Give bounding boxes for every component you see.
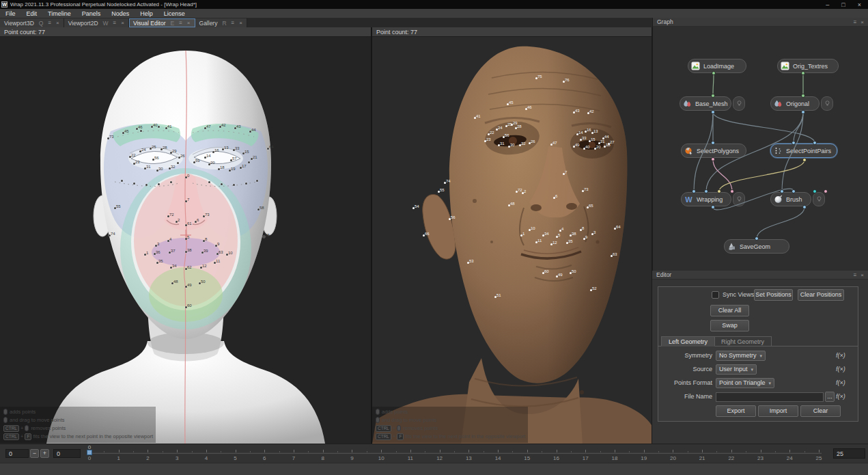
surface-point[interactable]: 50 — [199, 282, 201, 284]
graph-node-SaveGeom[interactable]: SaveGeom — [724, 239, 789, 254]
node-port-blue[interactable] — [780, 189, 784, 193]
close-icon[interactable]: × — [121, 20, 124, 26]
surface-point[interactable]: 73 — [203, 215, 205, 217]
node-port-green[interactable] — [801, 94, 805, 98]
surface-point[interactable]: 10 — [529, 229, 531, 231]
surface-point[interactable]: 29 — [170, 152, 172, 154]
tab-gallery[interactable]: Gallery R ≡ × — [195, 18, 247, 27]
frame-decrement-button[interactable]: − — [30, 449, 39, 458]
surface-point[interactable]: 44 — [602, 137, 604, 139]
surface-point[interactable]: 38 — [570, 234, 572, 236]
surface-point[interactable]: 42 — [587, 112, 589, 114]
surface-point[interactable]: 19 — [229, 169, 231, 172]
surface-point[interactable] — [145, 184, 148, 186]
surface-point[interactable]: 41 — [474, 117, 476, 119]
menu-license[interactable]: License — [158, 9, 191, 18]
node-port-blue[interactable] — [813, 141, 817, 145]
surface-point[interactable]: 13 — [591, 132, 593, 134]
surface-point[interactable]: 56 — [503, 136, 505, 138]
surface-point[interactable]: 13 — [222, 148, 224, 150]
surface-point[interactable]: 62 — [185, 268, 187, 270]
menu-file[interactable]: File — [0, 9, 21, 18]
graph-node-Base_Mesh[interactable]: Base_Mesh — [680, 96, 745, 111]
node-port-green[interactable] — [711, 94, 715, 98]
surface-point[interactable]: 41 — [165, 127, 167, 129]
close-icon[interactable]: × — [860, 19, 864, 25]
surface-point[interactable]: 32 — [169, 167, 171, 169]
menu-timeline[interactable]: Timeline — [42, 9, 76, 18]
surface-point[interactable]: 17 — [240, 167, 242, 169]
surface-point[interactable]: 56 — [152, 159, 154, 161]
surface-point[interactable]: 48 — [508, 204, 510, 206]
node-port-blue[interactable] — [711, 205, 715, 209]
surface-point[interactable] — [121, 180, 123, 182]
surface-point[interactable]: 55 — [114, 207, 116, 209]
node-port-blue[interactable] — [711, 141, 715, 145]
surface-point[interactable]: 66 — [423, 234, 425, 236]
surface-point[interactable]: 60 — [185, 306, 187, 308]
surface-point[interactable]: 11 — [214, 262, 216, 264]
surface-point[interactable]: 8 — [580, 229, 582, 231]
surface-point[interactable]: 73 — [107, 137, 109, 139]
tab-right-geometry[interactable]: Right Geometry — [714, 336, 772, 347]
end-frame-field[interactable]: 25 — [833, 448, 865, 459]
surface-point[interactable]: 27 — [608, 143, 610, 145]
node-port-pink[interactable] — [824, 189, 828, 193]
surface-point[interactable]: 28 — [515, 127, 517, 129]
tab-visual-editor[interactable]: Visual Editor E ≡ × — [129, 18, 195, 27]
surface-point[interactable]: 64 — [614, 228, 616, 230]
minimize-icon[interactable]: – — [826, 1, 829, 8]
surface-point[interactable] — [208, 181, 210, 183]
surface-point[interactable]: 36 — [154, 253, 156, 255]
maximize-icon[interactable]: □ — [841, 1, 845, 8]
surface-point[interactable] — [233, 184, 235, 186]
surface-point[interactable]: 6 — [195, 221, 197, 223]
surface-point[interactable]: 8 — [203, 240, 205, 242]
surface-point[interactable]: 12 — [200, 267, 202, 269]
surface-point[interactable]: 75 — [535, 77, 537, 79]
menu-panels[interactable]: Panels — [76, 9, 107, 18]
surface-point[interactable] — [245, 182, 247, 185]
close-icon[interactable]: × — [187, 20, 191, 26]
surface-point[interactable]: 1 — [144, 254, 146, 256]
node-port-blue[interactable] — [704, 189, 708, 193]
surface-point[interactable]: 16 — [585, 131, 587, 133]
import-button[interactable]: Import — [758, 405, 798, 417]
surface-point[interactable]: 14 — [204, 157, 206, 159]
node-port-cyan[interactable] — [813, 189, 817, 193]
browse-button[interactable]: ... — [825, 392, 835, 402]
surface-point[interactable]: 22 — [488, 133, 490, 135]
surface-point[interactable]: 30 — [508, 146, 510, 148]
surface-point[interactable]: 20 — [594, 148, 596, 150]
fx-expression-icon[interactable]: f(×) — [836, 352, 845, 359]
frame-step-field[interactable]: 0 — [53, 449, 81, 458]
surface-point[interactable] — [158, 126, 160, 128]
surface-point[interactable]: 39 — [201, 252, 204, 254]
close-icon[interactable]: × — [56, 20, 59, 26]
fx-expression-icon[interactable]: f(×) — [836, 379, 845, 386]
surface-point[interactable] — [177, 162, 179, 164]
clear-all-button[interactable]: Clear All — [710, 305, 749, 316]
surface-point[interactable]: 64 — [267, 148, 269, 150]
window-close-icon[interactable]: × — [858, 1, 861, 8]
node-port-yellow[interactable] — [802, 158, 807, 162]
surface-point[interactable]: 38 — [185, 251, 187, 253]
surface-point[interactable]: 34 — [170, 267, 172, 269]
basemesh-3d-canvas[interactable]: 7345464041474243446422242528292623313032… — [0, 37, 371, 444]
surface-point[interactable]: 23 — [133, 163, 135, 165]
surface-point[interactable]: 42 — [219, 126, 221, 128]
surface-point[interactable]: 46 — [525, 108, 527, 110]
surface-point[interactable]: 57 — [230, 159, 232, 161]
graph-node-Origonal[interactable]: Origonal — [770, 96, 833, 111]
surface-point[interactable]: 45 — [507, 103, 509, 105]
surface-point[interactable]: 24 — [139, 150, 141, 152]
surface-point[interactable] — [170, 181, 172, 183]
timeline-playhead[interactable] — [87, 450, 92, 455]
menu-nodes[interactable]: Nodes — [106, 9, 135, 18]
surface-point[interactable]: 32 — [519, 144, 521, 146]
tab-viewport2d[interactable]: Viewport2D W ≡ × — [64, 18, 129, 27]
fx-expression-icon[interactable]: f(×) — [836, 366, 845, 372]
surface-point[interactable]: 26 — [529, 142, 531, 144]
surface-point[interactable]: 10 — [226, 254, 228, 256]
surface-point[interactable]: 24 — [496, 128, 498, 131]
